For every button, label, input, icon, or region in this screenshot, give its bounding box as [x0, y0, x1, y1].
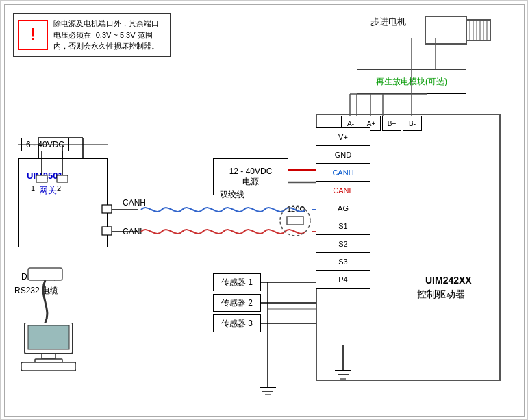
svg-rect-54	[42, 354, 55, 359]
terminal-vplus: V+	[316, 128, 370, 146]
stepper-motor-graphic	[425, 13, 494, 47]
rs232-label: RS232 电缆	[14, 285, 58, 297]
stepper-motor-label: 步进电机	[370, 16, 406, 28]
gateway-name-label: UIM2501	[27, 171, 63, 181]
main-container: ! 除电源及电机端口外，其余端口电压必须在 -0.3V ~ 5.3V 范围内，否…	[0, 0, 528, 420]
sensor-box-1: 传感器 1	[213, 273, 261, 291]
pin-b-plus: B+	[382, 116, 401, 131]
canh-label: CANH	[123, 198, 146, 208]
pin2-label: 2	[57, 184, 61, 193]
terminal-s2: S2	[316, 235, 370, 253]
sensor-label-1: 传感器 1	[221, 277, 253, 288]
computer-graphic	[21, 323, 76, 371]
pin1-label: 1	[31, 184, 35, 193]
terminal-p4: P4	[316, 271, 370, 288]
sensor-box-2: 传感器 2	[213, 294, 261, 312]
warning-icon: !	[18, 20, 48, 50]
terminal-canl: CANL	[316, 182, 370, 199]
terminal-block: V+ GND CANH CANL AG S1 S2 S3 P4	[316, 127, 370, 289]
sensor-label-3: 传感器 3	[221, 318, 253, 330]
canl-label: CANL	[123, 227, 144, 236]
terminal-s1: S1	[316, 217, 370, 235]
sensor-box-3: 传感器 3	[213, 314, 261, 332]
controller-type-label: 控制驱动器	[417, 288, 465, 301]
controller-name-label: UIM242XX	[425, 275, 472, 286]
pin-b-minus: B-	[403, 116, 422, 131]
vdc-label: 6 - 40VDC	[21, 138, 69, 151]
terminal-canh: CANH	[316, 164, 370, 182]
svg-rect-0	[425, 16, 466, 44]
terminal-ag: AG	[316, 199, 370, 217]
svg-rect-53	[28, 325, 69, 349]
db9-label: DB9 串口	[21, 271, 56, 283]
warning-text: 除电源及电机端口外，其余端口电压必须在 -0.3V ~ 5.3V 范围内，否则会…	[53, 18, 166, 52]
resistor-label: 120Ω	[287, 205, 305, 213]
svg-rect-56	[21, 362, 76, 371]
sensor-label-2: 传感器 2	[221, 297, 253, 309]
gateway-type-label: 网关	[39, 184, 57, 197]
terminal-gnd: GND	[316, 146, 370, 164]
regen-module-label: 再生放电模块(可选)	[376, 76, 447, 88]
regen-module-box: 再生放电模块(可选)	[357, 69, 466, 94]
terminal-s3: S3	[316, 253, 370, 271]
twisted-pair-label: 双绞线	[220, 189, 244, 201]
warning-box: ! 除电源及电机端口外，其余端口电压必须在 -0.3V ~ 5.3V 范围内，否…	[13, 13, 171, 57]
pin4-label: 4	[105, 227, 109, 235]
pin3-label: 3	[105, 205, 109, 213]
power-supply-text2: 电源	[242, 176, 259, 188]
power-supply-text1: 12 - 40VDC	[229, 166, 273, 176]
